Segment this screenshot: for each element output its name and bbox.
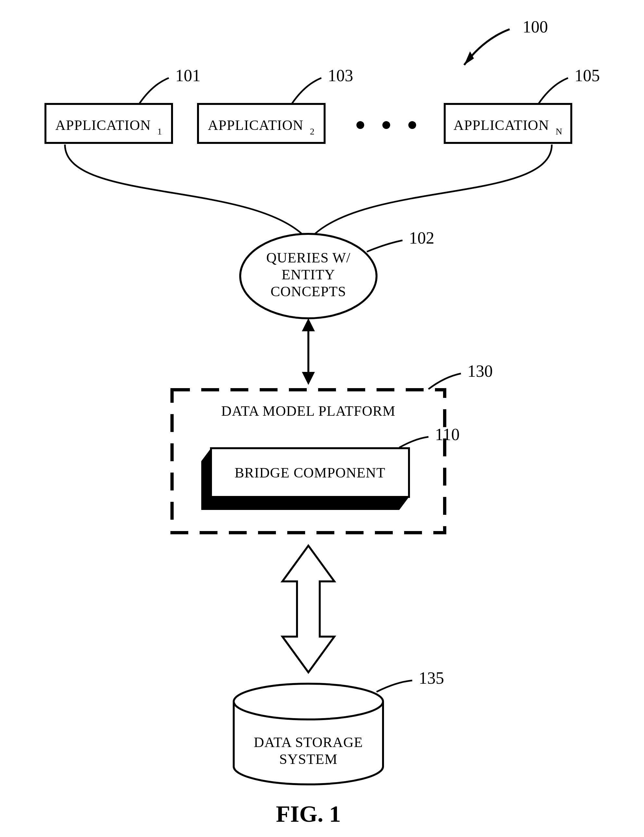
svg-point-6 <box>382 121 390 129</box>
appN-sub: N <box>556 126 562 136</box>
storage-line2: SYSTEM <box>279 751 338 767</box>
application-n-box: APPLICATION N 105 <box>445 66 600 143</box>
app1-sub: 1 <box>157 126 162 136</box>
ref-num-103: 103 <box>328 66 353 85</box>
app2-sub: 2 <box>310 126 315 136</box>
big-double-arrow <box>282 546 334 672</box>
svg-point-7 <box>408 121 416 129</box>
platform-label: DATA MODEL PLATFORM <box>221 403 395 419</box>
bridge-label: BRIDGE COMPONENT <box>235 465 386 481</box>
queries-line2: ENTITY <box>282 267 335 282</box>
ref-num-130: 130 <box>467 362 493 380</box>
svg-point-17 <box>234 684 383 719</box>
storage-line1: DATA STORAGE <box>254 734 363 750</box>
ref-num-135: 135 <box>419 669 444 687</box>
appN-label: APPLICATION <box>454 117 549 133</box>
ellipsis-dots <box>356 121 416 129</box>
ref-arrow-100: 100 <box>464 18 548 65</box>
ref-num-105: 105 <box>575 66 600 85</box>
svg-point-5 <box>356 121 364 129</box>
ref-num-101: 101 <box>175 66 201 85</box>
application-1-box: APPLICATION 1 101 <box>46 66 201 143</box>
application-2-box: APPLICATION 2 103 <box>198 66 353 143</box>
queries-line1: QUERIES W/ <box>266 250 351 266</box>
bridge-component-box: BRIDGE COMPONENT 110 <box>201 425 460 510</box>
queries-ellipse: QUERIES W/ ENTITY CONCEPTS 102 <box>240 229 434 318</box>
data-storage-cylinder: DATA STORAGE SYSTEM 135 <box>234 669 444 784</box>
double-arrow-queries-platform <box>302 318 315 385</box>
svg-marker-0 <box>464 51 474 65</box>
diagram-figure: 100 APPLICATION 1 101 APPLICATION 2 103 … <box>0 0 644 837</box>
ref-num-102: 102 <box>409 229 434 247</box>
svg-marker-12 <box>302 318 315 331</box>
figure-label: FIG. 1 <box>276 801 341 827</box>
svg-marker-13 <box>302 372 315 385</box>
ref-num-110: 110 <box>435 425 460 444</box>
queries-line3: CONCEPTS <box>271 284 346 299</box>
app2-label: APPLICATION <box>208 117 303 133</box>
app1-label: APPLICATION <box>55 117 151 133</box>
convergence-brace <box>65 144 552 234</box>
ref-num-100: 100 <box>523 18 548 36</box>
